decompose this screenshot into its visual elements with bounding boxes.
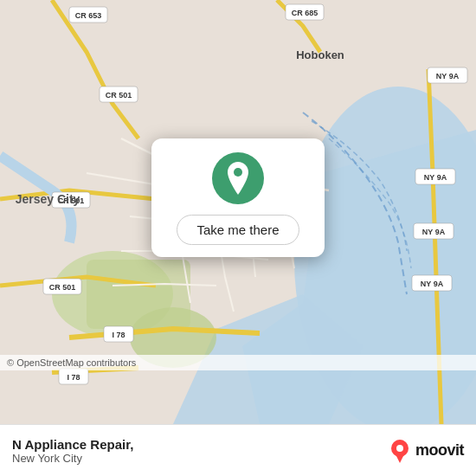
map-container: CR 653 CR 685 CR 501 CR 501 CR 501 I 78 … (0, 0, 476, 424)
moovit-brand-icon (388, 439, 412, 463)
svg-text:Jersey City: Jersey City (16, 192, 80, 206)
place-city: New York City (12, 452, 133, 465)
place-info: N Appliance Repair, New York City (12, 437, 133, 465)
svg-text:NY 9A: NY 9A (436, 72, 460, 80)
svg-text:I 78: I 78 (67, 373, 80, 382)
moovit-logo: moovit (388, 439, 464, 463)
popup-card: Take me there (151, 138, 325, 257)
svg-text:CR 685: CR 685 (292, 9, 318, 17)
svg-marker-33 (395, 453, 405, 463)
attribution-text: © OpenStreetMap contributors (7, 357, 136, 368)
moovit-text: moovit (415, 441, 464, 460)
svg-text:I 78: I 78 (112, 331, 125, 339)
place-name: N Appliance Repair, (12, 437, 133, 452)
svg-text:CR 653: CR 653 (75, 11, 102, 20)
bottom-bar: N Appliance Repair, New York City moovit (0, 424, 476, 476)
svg-text:NY 9A: NY 9A (424, 173, 447, 182)
location-pin-icon (224, 162, 252, 195)
svg-text:NY 9A: NY 9A (421, 280, 444, 288)
svg-point-31 (234, 168, 242, 177)
take-me-there-button[interactable]: Take me there (177, 215, 299, 245)
attribution-bar: © OpenStreetMap contributors (0, 355, 476, 370)
svg-point-34 (396, 445, 403, 452)
svg-text:Hoboken: Hoboken (296, 48, 344, 61)
svg-text:CR 501: CR 501 (106, 91, 132, 100)
svg-text:CR 501: CR 501 (49, 283, 76, 292)
location-pin-background (212, 152, 264, 204)
svg-rect-6 (87, 260, 190, 329)
svg-text:NY 9A: NY 9A (422, 228, 446, 236)
